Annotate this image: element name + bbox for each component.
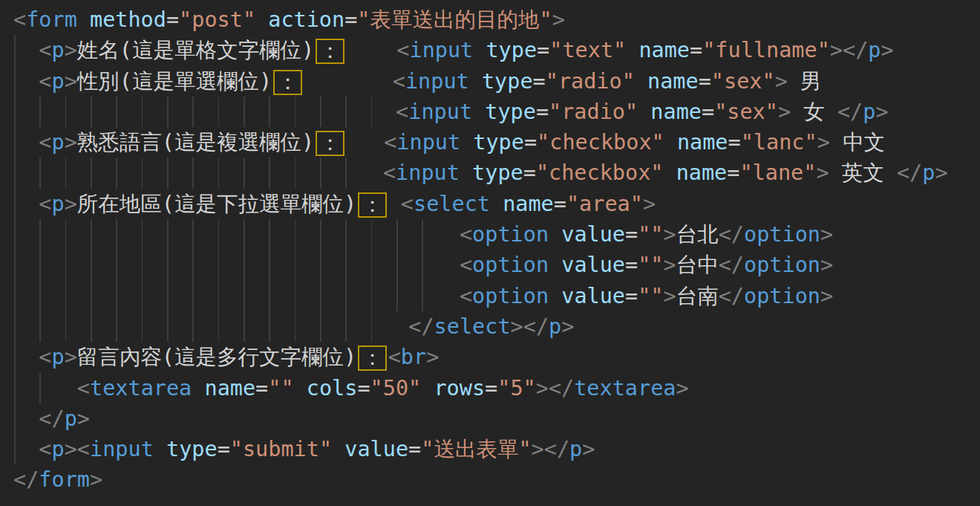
string-value: "" bbox=[268, 376, 293, 400]
punctuation: </ bbox=[523, 314, 549, 339]
code-line-16[interactable]: </form> bbox=[0, 464, 980, 495]
code-line-14[interactable]: </p> bbox=[0, 403, 980, 434]
indent-guide bbox=[192, 281, 194, 311]
indent-guide bbox=[65, 250, 67, 280]
ambiguous-unicode-colon: ： bbox=[316, 131, 344, 156]
tag-name: option bbox=[744, 284, 820, 308]
indent-guide bbox=[14, 434, 16, 464]
indent-guide bbox=[39, 97, 41, 127]
indent-guide bbox=[116, 97, 117, 127]
indent-guide bbox=[14, 66, 16, 97]
indent-guide bbox=[396, 281, 398, 311]
code-line-7[interactable]: <p>所在地區(這是下拉選單欄位)： <select name="area"> bbox=[0, 189, 980, 219]
tag-name: input bbox=[396, 160, 460, 185]
tag-name: p bbox=[52, 130, 65, 155]
code-text: <p>所在地區(這是下拉選單欄位)： <select name="area"> bbox=[39, 189, 656, 219]
equals-sign: = bbox=[690, 38, 702, 62]
tag-name: input bbox=[409, 38, 473, 62]
text-content bbox=[332, 437, 344, 461]
indent-guide bbox=[244, 281, 245, 311]
code-line-9[interactable]: <option value="">台中</option> bbox=[0, 250, 980, 280]
indent-guide bbox=[14, 373, 16, 403]
indent-guide bbox=[371, 281, 373, 311]
tag-name: p bbox=[52, 437, 65, 461]
ambiguous-unicode-colon: ： bbox=[316, 39, 344, 64]
code-editor[interactable]: <form method="post" action="表單送出的目的地"><p… bbox=[0, 0, 980, 506]
tag-name: option bbox=[472, 284, 549, 308]
string-value: "" bbox=[638, 253, 663, 277]
code-line-10[interactable]: <option value="">台南</option> bbox=[0, 281, 980, 311]
punctuation: </ bbox=[837, 100, 863, 124]
code-line-12[interactable]: <p>留言內容(這是多行文字欄位)：<br> bbox=[0, 342, 980, 372]
indent-guide bbox=[91, 250, 92, 280]
indent-guide bbox=[244, 311, 245, 342]
punctuation: > bbox=[816, 160, 829, 185]
text-content: 留言內容(這是多行文字欄位) bbox=[77, 345, 356, 369]
equals-sign: = bbox=[625, 284, 638, 308]
indent-guide bbox=[269, 219, 270, 250]
indent-guide bbox=[371, 250, 373, 280]
text-content: 女 bbox=[791, 100, 837, 124]
indent-guide bbox=[345, 158, 347, 188]
string-value: "lane" bbox=[739, 160, 816, 185]
tag-name: p bbox=[65, 406, 77, 431]
indent-guide bbox=[14, 311, 16, 342]
indent-guide bbox=[14, 219, 16, 250]
code-line-3[interactable]: <p>性別(這是單選欄位)： <input type="radio" name=… bbox=[0, 66, 980, 97]
equals-sign: = bbox=[536, 100, 549, 124]
punctuation: > bbox=[820, 222, 833, 247]
indent-guide bbox=[14, 403, 16, 434]
code-line-5[interactable]: <p>熟悉語言(這是複選欄位)： <input type="checkbox" … bbox=[0, 127, 980, 158]
code-line-11[interactable]: </select></p> bbox=[0, 311, 980, 342]
indent-guide bbox=[218, 158, 220, 188]
code-line-2[interactable]: <p>姓名(這是單格文字欄位)： <input type="text" name… bbox=[0, 35, 980, 65]
equals-sign: = bbox=[537, 38, 549, 62]
equals-sign: = bbox=[218, 437, 230, 461]
attribute-name: type bbox=[472, 160, 523, 185]
code-line-4[interactable]: <input type="radio" name="sex"> 女 </p> bbox=[0, 97, 980, 127]
punctuation: </ bbox=[897, 160, 922, 185]
tag-name: p bbox=[868, 38, 881, 62]
code-line-13[interactable]: <textarea name="" cols="50" rows="5"></t… bbox=[0, 373, 980, 403]
indent-guide bbox=[14, 158, 16, 188]
indent-guide bbox=[345, 311, 347, 342]
indent-guide bbox=[371, 97, 373, 127]
equals-sign: = bbox=[524, 130, 537, 155]
tag-name: p bbox=[52, 38, 65, 62]
text-content bbox=[460, 130, 473, 155]
indent-guide bbox=[218, 219, 220, 250]
tag-name: option bbox=[472, 222, 549, 247]
text-content bbox=[421, 376, 434, 400]
text-content bbox=[472, 100, 485, 124]
code-text: <textarea name="" cols="50" rows="5"></t… bbox=[77, 373, 689, 403]
attribute-name: name bbox=[650, 100, 702, 124]
punctuation: > bbox=[820, 284, 833, 308]
indent-guide bbox=[142, 311, 143, 342]
code-line-15[interactable]: <p><input type="submit" value="送出表單"></p… bbox=[0, 434, 980, 464]
code-line-8[interactable]: <option value="">台北</option> bbox=[0, 219, 980, 250]
indent-guide bbox=[269, 311, 270, 342]
text-content bbox=[192, 376, 204, 400]
tag-name: p bbox=[922, 160, 935, 185]
string-value: "radio" bbox=[546, 69, 635, 94]
indent-guide bbox=[91, 158, 92, 188]
string-value: "表單送出的目的地" bbox=[357, 7, 552, 32]
punctuation: > bbox=[65, 38, 77, 62]
punctuation: < bbox=[77, 437, 90, 461]
text-content: 台南 bbox=[676, 284, 719, 308]
equals-sign: = bbox=[255, 376, 268, 400]
indent-guide bbox=[396, 250, 398, 280]
code-line-1[interactable]: <form method="post" action="表單送出的目的地"> bbox=[0, 4, 980, 35]
code-line-6[interactable]: <input type="checkbox" name="lane"> 英文 <… bbox=[0, 158, 980, 188]
indent-guide bbox=[142, 281, 143, 311]
punctuation: > bbox=[426, 345, 439, 369]
indent-guide bbox=[142, 250, 143, 280]
equals-sign: = bbox=[727, 160, 739, 185]
text-content: 性別(這是單選欄位) bbox=[77, 69, 272, 94]
punctuation: < bbox=[39, 345, 51, 369]
punctuation: > bbox=[778, 100, 791, 124]
indent-guide bbox=[14, 342, 16, 372]
punctuation: </ bbox=[39, 406, 64, 431]
punctuation: > bbox=[664, 222, 676, 247]
text-content bbox=[473, 38, 486, 62]
